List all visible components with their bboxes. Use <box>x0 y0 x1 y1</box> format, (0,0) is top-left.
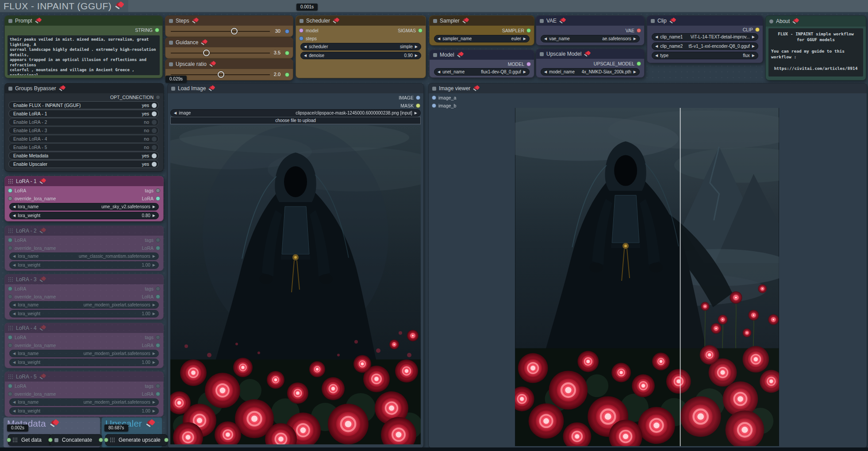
input-slot[interactable] <box>8 196 12 201</box>
input-slot[interactable] <box>8 392 12 396</box>
increment-arrow[interactable] <box>153 253 155 260</box>
increment-arrow[interactable] <box>415 43 418 50</box>
collapse-icon[interactable] <box>432 87 436 91</box>
collapse-icon[interactable] <box>169 62 173 66</box>
lora-weight-widget[interactable]: lora_weight 1.00 <box>9 310 159 317</box>
input-slot[interactable] <box>299 36 303 41</box>
collapse-icon[interactable] <box>433 19 437 23</box>
node-lora-3[interactable]: LoRA - 3 LoRA tags override_lora_name Lo… <box>4 274 164 320</box>
input-slot[interactable] <box>8 343 12 348</box>
steps-slider[interactable]: 30 <box>165 26 293 37</box>
slider-knob[interactable] <box>218 71 224 78</box>
decrement-arrow[interactable] <box>655 34 658 40</box>
lora-name-widget[interactable]: lora_name ume_sky_v2.safetensors <box>9 203 159 210</box>
toggle-knob[interactable] <box>152 111 157 116</box>
toggle-knob[interactable] <box>152 103 157 108</box>
collapse-icon[interactable] <box>769 19 773 23</box>
decrement-arrow[interactable] <box>13 262 15 268</box>
input-slot[interactable] <box>299 28 303 33</box>
increment-arrow[interactable] <box>752 34 755 40</box>
node-lora-4[interactable]: LoRA - 4 LoRA tags override_lora_name Lo… <box>4 323 164 368</box>
output-slot[interactable] <box>416 96 420 100</box>
increment-arrow[interactable] <box>523 69 526 75</box>
output-slot[interactable] <box>285 51 289 55</box>
node-sampler[interactable]: Sampler SAMPLER sampler_name euler <box>429 15 534 46</box>
output-slot[interactable] <box>285 29 289 34</box>
workflow-canvas[interactable]: FLUX - INPAINT (GGUF) Prompt STRING thei… <box>0 0 868 451</box>
output-slot[interactable] <box>156 246 160 250</box>
unet-name-widget[interactable]: unet_name flux1-dev-Q8_0.gguf <box>434 68 530 76</box>
decrement-arrow[interactable] <box>13 253 15 260</box>
slider-knob[interactable] <box>203 50 210 56</box>
decrement-arrow[interactable] <box>438 69 440 75</box>
node-vae[interactable]: VAE VAE vae_name ae.safetensors <box>536 15 645 46</box>
input-slot[interactable] <box>8 238 12 242</box>
decrement-arrow[interactable] <box>13 350 15 357</box>
increment-arrow[interactable] <box>153 399 155 405</box>
output-slot[interactable] <box>156 95 160 99</box>
grid-icon[interactable] <box>110 438 115 443</box>
collapse-icon[interactable] <box>8 87 12 91</box>
output-slot[interactable] <box>156 188 160 193</box>
input-slot[interactable] <box>8 335 12 340</box>
output-slot[interactable] <box>155 28 159 32</box>
decrement-arrow[interactable] <box>304 43 307 50</box>
scheduler-widget[interactable]: scheduler simple <box>300 43 421 50</box>
output-slot[interactable] <box>156 196 160 201</box>
toggle-knob[interactable] <box>152 153 157 158</box>
output-slot[interactable] <box>99 438 103 442</box>
collapse-icon[interactable] <box>540 19 544 23</box>
node-scheduler[interactable]: Scheduler model SIGMAS steps scheduler s… <box>296 15 426 78</box>
input-slot[interactable] <box>8 246 12 250</box>
node-generate-upscale[interactable]: Generate upscale <box>105 434 167 446</box>
node-groups-bypasser[interactable]: Groups Bypasser OPT_CONNECTION Enable FL… <box>4 83 164 172</box>
slider-track[interactable] <box>171 31 270 32</box>
toggle-enable-lora5[interactable]: Enable LoRA - 5 no <box>8 143 159 151</box>
node-lora-1[interactable]: LoRA - 1 LoRA tags override_lora_name Lo… <box>4 176 164 222</box>
output-slot[interactable] <box>156 392 160 396</box>
lora-name-widget[interactable]: lora_name ume_classic_romantism.safetens… <box>9 252 159 260</box>
input-slot[interactable] <box>432 103 436 108</box>
collapse-icon[interactable] <box>540 52 544 56</box>
output-slot[interactable] <box>156 335 160 340</box>
output-slot[interactable] <box>164 438 169 442</box>
collapse-icon[interactable] <box>433 53 437 57</box>
comparison-image[interactable] <box>515 108 779 446</box>
input-slot[interactable] <box>8 188 12 193</box>
increment-arrow[interactable] <box>634 35 636 42</box>
toggle-knob[interactable] <box>152 137 157 141</box>
output-slot[interactable] <box>156 343 160 348</box>
collapse-icon[interactable] <box>651 19 655 23</box>
increment-arrow[interactable] <box>752 43 755 50</box>
workflow-title-box[interactable]: FLUX - INPAINT (GGUF) <box>0 0 128 12</box>
decrement-arrow[interactable] <box>13 408 15 414</box>
toggle-enable-lora1[interactable]: Enable LoRA - 1 yes <box>8 110 159 118</box>
node-get-data[interactable]: Get data <box>8 434 52 446</box>
collapse-icon[interactable] <box>8 19 12 23</box>
toggle-enable-metadata[interactable]: Enable Metadata yes <box>8 152 159 160</box>
output-slot[interactable] <box>156 294 160 299</box>
input-slot[interactable] <box>8 287 12 291</box>
grid-icon[interactable] <box>8 179 13 184</box>
decrement-arrow[interactable] <box>13 310 15 317</box>
node-load-image[interactable]: Load Image IMAGE MASK image clipspace/cl… <box>167 83 424 448</box>
output-slot[interactable] <box>285 73 289 77</box>
node-model[interactable]: Model MODEL unet_name flux1-dev-Q8_0.ggu… <box>429 50 534 78</box>
output-slot[interactable] <box>416 103 420 108</box>
grid-icon[interactable] <box>8 229 13 233</box>
increment-arrow[interactable] <box>415 110 417 116</box>
increment-arrow[interactable] <box>153 359 155 366</box>
decrement-arrow[interactable] <box>13 212 15 219</box>
output-slot[interactable] <box>637 61 641 66</box>
decrement-arrow[interactable] <box>13 203 15 210</box>
node-steps[interactable]: Steps 30 <box>165 15 293 37</box>
node-about[interactable]: About FLUX - INPAINT simple workflow for… <box>765 15 866 80</box>
upscale-model-name-widget[interactable]: model_name 4x_NMKD-Siax_200k.pth <box>541 68 640 76</box>
increment-arrow[interactable] <box>153 212 155 219</box>
decrement-arrow[interactable] <box>544 35 547 42</box>
increment-arrow[interactable] <box>153 408 155 414</box>
decrement-arrow[interactable] <box>304 52 307 59</box>
toggle-enable-upscaler[interactable]: Enable Upscaler yes <box>8 160 159 168</box>
collapse-icon[interactable] <box>169 19 173 23</box>
clip-type-widget[interactable]: type flux <box>652 52 758 59</box>
